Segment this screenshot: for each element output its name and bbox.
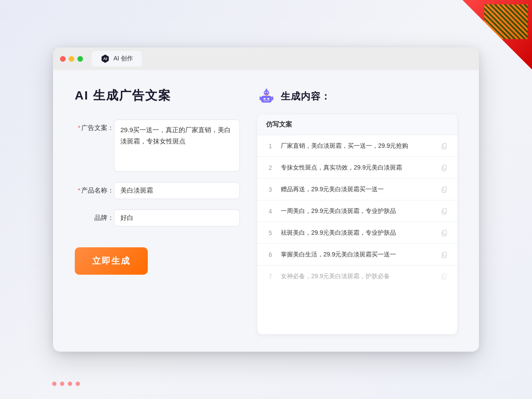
ad-copy-label: *广告文案： — [75, 120, 114, 132]
svg-point-6 — [267, 92, 268, 93]
table-row: 2专抹女性斑点，真实功效，29.9元美白淡斑霜 — [257, 157, 457, 179]
close-button[interactable] — [60, 56, 66, 62]
brand-input[interactable]: 好白 — [114, 209, 240, 226]
svg-rect-19 — [443, 165, 446, 169]
row-text: 掌握美白生活，29.9元美白淡斑霜买一送一 — [281, 250, 434, 259]
required-mark-ad: * — [78, 124, 80, 131]
row-number: 6 — [266, 251, 275, 258]
row-number: 7 — [266, 273, 275, 280]
copy-icon[interactable] — [440, 272, 449, 281]
svg-rect-12 — [263, 100, 269, 101]
svg-point-15 — [266, 94, 267, 96]
svg-rect-25 — [443, 230, 446, 234]
row-number: 4 — [266, 208, 275, 215]
row-text: 祛斑美白，29.9元美白淡斑霜，专业护肤品 — [281, 228, 434, 237]
right-panel-title: 生成内容： — [281, 90, 331, 103]
table-row: 5祛斑美白，29.9元美白淡斑霜，专业护肤品 — [257, 222, 457, 244]
copy-icon[interactable] — [440, 163, 449, 172]
svg-rect-17 — [443, 143, 446, 147]
svg-point-5 — [265, 92, 266, 93]
required-mark-product: * — [78, 186, 80, 194]
left-panel: AI 生成广告文案 *广告文案： 29.9买一送一，真正的厂家直销，美白淡斑霜，… — [75, 87, 240, 334]
minimize-button[interactable] — [69, 56, 74, 62]
right-header: 生成内容： — [257, 87, 457, 106]
row-text: 一周美白，29.9元美白淡斑霜，专业护肤品 — [281, 206, 434, 216]
browser-content: AI 生成广告文案 *广告文案： 29.9买一送一，真正的厂家直销，美白淡斑霜，… — [53, 70, 479, 352]
svg-rect-27 — [443, 252, 446, 256]
svg-rect-29 — [443, 274, 446, 278]
tab-label: AI 创作 — [113, 55, 133, 63]
right-panel: 生成内容： 仿写文案 1厂家直销，美白淡斑霜，买一送一，29.9元抢购 2专抹女… — [257, 87, 457, 334]
ai-tab-icon: AI — [100, 54, 110, 63]
row-text: 厂家直销，美白淡斑霜，买一送一，29.9元抢购 — [281, 141, 434, 150]
svg-rect-13 — [259, 96, 261, 100]
svg-rect-14 — [272, 96, 273, 100]
table-row: 6掌握美白生活，29.9元美白淡斑霜买一送一 — [257, 244, 457, 266]
browser-window: AI AI 创作 AI 生成广告文案 *广告文案： 29.9买一送一，真正的厂家… — [53, 47, 479, 352]
row-number: 5 — [266, 229, 275, 236]
results-header: 仿写文案 — [257, 114, 457, 135]
svg-rect-11 — [267, 98, 269, 100]
product-name-label: *产品名称： — [75, 182, 114, 195]
copy-icon[interactable] — [440, 142, 449, 150]
browser-chrome: AI AI 创作 — [53, 47, 479, 70]
copy-icon[interactable] — [440, 229, 449, 237]
svg-rect-21 — [443, 187, 446, 191]
ad-copy-textarea[interactable]: 29.9买一送一，真正的厂家直销，美白淡斑霜，专抹女性斑点 — [114, 120, 240, 172]
svg-rect-9 — [261, 96, 272, 103]
ad-copy-group: *广告文案： 29.9买一送一，真正的厂家直销，美白淡斑霜，专抹女性斑点 — [75, 120, 240, 172]
copy-icon[interactable] — [440, 207, 449, 216]
row-number: 1 — [266, 143, 275, 150]
table-row: 3赠品再送，29.9元美白淡斑霜买一送一 — [257, 179, 457, 200]
ai-tab[interactable]: AI AI 创作 — [92, 51, 142, 66]
row-number: 2 — [266, 164, 275, 171]
table-row: 1厂家直销，美白淡斑霜，买一送一，29.9元抢购 — [257, 135, 457, 157]
svg-text:AI: AI — [103, 57, 107, 61]
page-title: AI 生成广告文案 — [75, 87, 240, 104]
robot-icon — [257, 87, 276, 106]
table-row: 4一周美白，29.9元美白淡斑霜，专业护肤品 — [257, 200, 457, 222]
brand-group: 品牌： 好白 — [75, 209, 240, 226]
table-row: 7女神必备，29.9元美白淡斑霜，护肤必备 — [257, 266, 457, 287]
svg-point-8 — [266, 89, 267, 90]
results-container: 仿写文案 1厂家直销，美白淡斑霜，买一送一，29.9元抢购 2专抹女性斑点，真实… — [257, 114, 457, 334]
bottom-decorations — [52, 382, 80, 386]
product-name-input[interactable]: 美白淡斑霜 — [114, 182, 240, 199]
generate-button[interactable]: 立即生成 — [75, 247, 148, 275]
copy-icon[interactable] — [440, 250, 449, 259]
results-list: 1厂家直销，美白淡斑霜，买一送一，29.9元抢购 2专抹女性斑点，真实功效，29… — [257, 135, 457, 287]
row-text: 女神必备，29.9元美白淡斑霜，护肤必备 — [281, 272, 434, 281]
copy-icon[interactable] — [440, 185, 449, 194]
product-name-group: *产品名称： 美白淡斑霜 — [75, 182, 240, 199]
traffic-lights — [60, 56, 83, 62]
maximize-button[interactable] — [77, 56, 83, 62]
svg-rect-10 — [263, 98, 266, 100]
row-number: 3 — [266, 186, 275, 193]
row-text: 专抹女性斑点，真实功效，29.9元美白淡斑霜 — [281, 163, 434, 172]
row-text: 赠品再送，29.9元美白淡斑霜买一送一 — [281, 185, 434, 194]
svg-rect-23 — [443, 209, 446, 213]
brand-label: 品牌： — [75, 209, 114, 222]
